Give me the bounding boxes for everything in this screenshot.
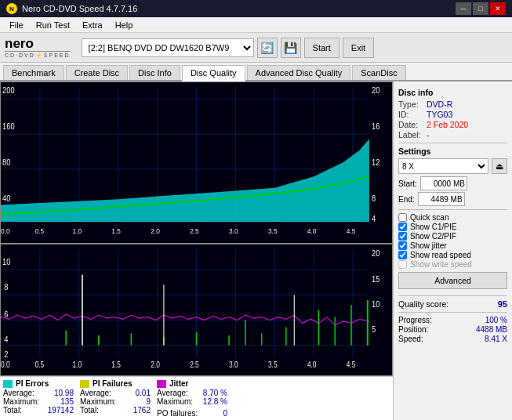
close-button[interactable]: ✕ xyxy=(490,2,506,15)
bottom-chart: 10 8 6 4 2 20 15 10 5 0.0 0.5 1.0 1.5 2.… xyxy=(0,244,393,376)
show-write-speed-checkbox[interactable] xyxy=(398,260,407,269)
menu-run-test[interactable]: Run Test xyxy=(30,19,76,31)
svg-text:10: 10 xyxy=(2,255,11,266)
show-jitter-checkbox[interactable] xyxy=(398,241,407,250)
speed-selector[interactable]: 8 X 4 X 2 X 1 X xyxy=(398,158,488,174)
svg-text:80: 80 xyxy=(2,158,11,167)
svg-text:2.0: 2.0 xyxy=(151,226,160,235)
save-button[interactable]: 💾 xyxy=(281,38,301,58)
show-c2pif-row: Show C2/PIF xyxy=(398,232,507,241)
show-c1pie-checkbox[interactable] xyxy=(398,223,407,231)
disc-label-row: Label: - xyxy=(398,130,507,139)
eject-button[interactable]: ⏏ xyxy=(492,158,507,174)
title-bar: N Nero CD-DVD Speed 4.7.7.16 ─ □ ✕ xyxy=(0,0,512,17)
end-row: End: xyxy=(398,192,507,206)
jitter-max-val: 12.8 % xyxy=(203,397,227,406)
svg-text:4: 4 xyxy=(372,214,376,223)
svg-text:20: 20 xyxy=(372,86,380,96)
svg-text:1.0: 1.0 xyxy=(72,360,82,369)
minimize-button[interactable]: ─ xyxy=(456,2,471,15)
advanced-button[interactable]: Advanced xyxy=(398,272,507,289)
svg-text:20: 20 xyxy=(372,248,380,258)
svg-text:40: 40 xyxy=(2,194,11,203)
tab-disc-quality[interactable]: Disc Quality xyxy=(182,65,245,81)
svg-text:0.0: 0.0 xyxy=(1,226,10,235)
svg-text:16: 16 xyxy=(372,122,380,132)
title-bar-text: Nero CD-DVD Speed 4.7.7.16 xyxy=(22,4,137,13)
jitter-stats: Jitter Average: 8.70 % Maximum: 12.8 % P… xyxy=(157,379,227,418)
show-read-speed-checkbox[interactable] xyxy=(398,251,407,259)
disc-id-row: ID: TYG03 xyxy=(398,110,507,119)
show-c2pif-label: Show C2/PIF xyxy=(410,232,456,241)
tab-bar: Benchmark Create Disc Disc Info Disc Qua… xyxy=(0,63,512,81)
toolbar: nero CD·DVD⚡SPEED [2:2] BENQ DVD DD DW16… xyxy=(0,33,512,63)
menu-bar: File Run Test Extra Help xyxy=(0,17,512,33)
svg-text:1.5: 1.5 xyxy=(111,360,121,369)
svg-text:10: 10 xyxy=(372,298,380,308)
svg-text:8: 8 xyxy=(372,194,376,203)
tab-disc-info[interactable]: Disc Info xyxy=(129,65,180,80)
start-field[interactable] xyxy=(420,176,467,190)
tab-advanced-disc-quality[interactable]: Advanced Disc Quality xyxy=(247,65,351,80)
drive-selector[interactable]: [2:2] BENQ DVD DD DW1620 B7W9 xyxy=(82,38,254,57)
show-read-speed-row: Show read speed xyxy=(398,251,507,259)
right-panel: Disc info Type: DVD-R ID: TYG03 Date: 2 … xyxy=(393,81,512,420)
menu-help[interactable]: Help xyxy=(109,19,140,31)
position-value: 4488 MB xyxy=(476,325,507,334)
pie-color xyxy=(3,380,13,388)
label-label: Label: xyxy=(398,130,423,139)
svg-text:4.0: 4.0 xyxy=(307,360,317,369)
svg-text:200: 200 xyxy=(2,86,15,96)
jitter-color xyxy=(157,380,166,388)
type-label: Type: xyxy=(398,100,423,109)
maximize-button[interactable]: □ xyxy=(473,2,488,15)
pie-stats: PI Errors Average: 10.98 Maximum: 135 To… xyxy=(3,379,74,418)
quick-scan-checkbox[interactable] xyxy=(398,213,407,222)
refresh-button[interactable]: 🔄 xyxy=(257,38,278,58)
jitter-max-label: Maximum: xyxy=(157,397,193,406)
svg-text:2.5: 2.5 xyxy=(190,226,199,235)
tab-benchmark[interactable]: Benchmark xyxy=(3,65,64,80)
window-controls[interactable]: ─ □ ✕ xyxy=(456,2,506,15)
tab-scandisc[interactable]: ScanDisc xyxy=(352,65,405,80)
pif-stats: PI Failures Average: 0.01 Maximum: 9 Tot… xyxy=(80,379,151,418)
svg-text:2.5: 2.5 xyxy=(190,360,199,369)
pie-total-label: Total: xyxy=(3,406,22,415)
disc-date-row: Date: 2 Feb 2020 xyxy=(398,120,507,129)
svg-text:3.0: 3.0 xyxy=(229,226,238,235)
date-label: Date: xyxy=(398,120,423,129)
svg-text:4.5: 4.5 xyxy=(347,226,356,235)
show-jitter-row: Show jitter xyxy=(398,241,507,250)
svg-text:3.5: 3.5 xyxy=(268,226,278,235)
main-content: 200 160 80 40 20 16 12 8 4 0.0 0.5 1.0 1… xyxy=(0,81,512,420)
speed-row: 8 X 4 X 2 X 1 X ⏏ xyxy=(398,158,507,174)
stats-bar: PI Errors Average: 10.98 Maximum: 135 To… xyxy=(0,376,393,420)
top-chart: 200 160 80 40 20 16 12 8 4 0.0 0.5 1.0 1… xyxy=(0,81,393,244)
quality-score-row: Quality score: 95 xyxy=(398,299,507,309)
svg-text:5: 5 xyxy=(372,324,376,334)
show-write-speed-label: Show write speed xyxy=(410,260,472,269)
divider4 xyxy=(398,312,507,313)
end-label: End: xyxy=(398,195,415,204)
show-write-speed-row: Show write speed xyxy=(398,260,507,269)
position-label: Position: xyxy=(398,325,428,334)
pif-max-label: Maximum: xyxy=(80,397,116,406)
start-button[interactable]: Start xyxy=(304,38,340,58)
svg-text:8: 8 xyxy=(4,281,8,291)
show-c2pif-checkbox[interactable] xyxy=(398,232,407,241)
end-field[interactable] xyxy=(418,192,465,206)
id-label: ID: xyxy=(398,110,423,119)
logo: nero CD·DVD⚡SPEED xyxy=(5,37,71,59)
menu-extra[interactable]: Extra xyxy=(76,19,109,31)
exit-button[interactable]: Exit xyxy=(343,38,374,58)
speed-progress-value: 8.41 X xyxy=(485,335,507,343)
disc-info-title: Disc info xyxy=(398,88,507,97)
quick-scan-row: Quick scan xyxy=(398,213,507,222)
label-value: - xyxy=(427,130,430,139)
pie-avg-label: Average: xyxy=(3,389,34,397)
progress-value: 100 % xyxy=(485,316,507,324)
pie-max-val: 135 xyxy=(60,397,74,406)
menu-file[interactable]: File xyxy=(3,19,30,31)
start-label: Start: xyxy=(398,179,417,188)
tab-create-disc[interactable]: Create Disc xyxy=(66,65,128,80)
